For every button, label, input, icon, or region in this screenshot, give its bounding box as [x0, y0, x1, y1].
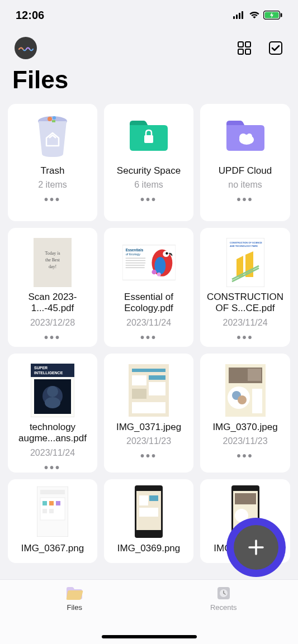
- status-bar: 12:06: [0, 0, 298, 30]
- tab-recents[interactable]: Recents: [149, 580, 299, 644]
- card-title: IMG_0369.png: [115, 543, 182, 554]
- more-button[interactable]: •••: [237, 331, 254, 344]
- file-card[interactable]: IMG_0367.png: [8, 479, 97, 563]
- svg-rect-15: [52, 120, 55, 122]
- svg-rect-29: [125, 263, 145, 263]
- svg-rect-30: [125, 265, 144, 265]
- svg-text:the Best: the Best: [45, 257, 60, 263]
- file-card[interactable]: CONSTRUCTION OF SCIENCEAND TECHNOLOGY PA…: [200, 228, 290, 347]
- security-space-card[interactable]: Security Space 6 items •••: [104, 104, 193, 221]
- more-button[interactable]: •••: [140, 331, 157, 344]
- svg-point-35: [165, 252, 168, 255]
- svg-rect-55: [132, 402, 165, 413]
- cloud-card[interactable]: UPDF Cloud no items •••: [200, 104, 290, 221]
- svg-point-47: [47, 386, 58, 397]
- svg-rect-75: [139, 508, 158, 517]
- card-title: technology augme...ans.pdf: [12, 422, 93, 445]
- svg-point-61: [238, 395, 247, 404]
- svg-rect-28: [125, 260, 145, 261]
- svg-rect-16: [144, 135, 153, 143]
- check-box-icon: [268, 41, 283, 55]
- more-button[interactable]: •••: [237, 450, 254, 462]
- svg-rect-7: [238, 42, 243, 47]
- more-button[interactable]: •••: [44, 331, 61, 344]
- folder-lock-icon: [120, 111, 178, 161]
- svg-text:Essentials: Essentials: [125, 248, 143, 252]
- doc-thumbnail: SUPERINTELLIGENCE: [26, 364, 79, 417]
- svg-text:AND TECHNOLOGY PARK: AND TECHNOLOGY PARK: [230, 245, 258, 247]
- avatar[interactable]: [15, 37, 37, 59]
- svg-rect-10: [245, 49, 250, 54]
- svg-rect-69: [42, 509, 47, 513]
- status-icons: [233, 11, 282, 20]
- card-title: Essential of Ecology.pdf: [108, 292, 189, 314]
- page-title: Files: [0, 66, 298, 104]
- card-subtitle: 2023/11/23: [223, 436, 267, 446]
- svg-point-13: [48, 117, 52, 121]
- svg-rect-8: [245, 42, 250, 47]
- svg-text:INTELLIGENCE: INTELLIGENCE: [34, 371, 63, 375]
- more-button[interactable]: •••: [237, 193, 254, 206]
- card-title: UPDF Cloud: [216, 165, 274, 176]
- trash-icon: [24, 111, 82, 161]
- svg-rect-70: [49, 509, 54, 513]
- grid-view-button[interactable]: [236, 40, 252, 56]
- card-subtitle: 6 items: [134, 180, 163, 190]
- tab-files[interactable]: Files: [0, 580, 149, 644]
- wifi-icon: [249, 11, 260, 19]
- card-title: IMG_0367.png: [19, 543, 86, 554]
- file-card[interactable]: Today isthe Bestday! Scan 2023-1...-45.p…: [8, 228, 97, 347]
- svg-rect-52: [149, 375, 165, 380]
- svg-rect-64: [40, 490, 65, 494]
- more-button[interactable]: •••: [44, 461, 61, 474]
- svg-point-48: [45, 397, 60, 408]
- svg-text:day!: day!: [49, 264, 56, 269]
- svg-rect-31: [125, 268, 144, 268]
- svg-rect-66: [42, 501, 47, 505]
- tab-label: Recents: [210, 603, 237, 612]
- card-subtitle: 2023/11/24: [126, 318, 171, 328]
- file-card[interactable]: IMG_0369.png: [104, 479, 193, 563]
- svg-point-36: [152, 270, 157, 275]
- trash-card[interactable]: Trash 2 items •••: [8, 104, 97, 221]
- svg-rect-11: [269, 42, 282, 54]
- grid-icon: [237, 41, 252, 55]
- svg-rect-50: [132, 369, 165, 372]
- svg-rect-9: [238, 49, 243, 54]
- svg-point-19: [247, 133, 252, 139]
- file-grid: Trash 2 items ••• Security Space 6 items…: [0, 104, 298, 563]
- card-title: Scan 2023-1...-45.pdf: [12, 292, 93, 314]
- card-subtitle: 2 items: [38, 180, 67, 190]
- svg-rect-27: [125, 257, 145, 258]
- file-card[interactable]: IMG_0370.jpeg 2023/11/23 •••: [200, 354, 290, 473]
- svg-text:CONSTRUCTION OF SCIENCE: CONSTRUCTION OF SCIENCE: [230, 241, 262, 244]
- card-title: CONSTRUCTION OF S...CE.pdf: [205, 292, 286, 314]
- folder-icon: [65, 585, 84, 601]
- file-card[interactable]: Essentialsof Ecology Essential of Ecolog…: [104, 228, 193, 347]
- svg-rect-6: [281, 13, 282, 17]
- more-button[interactable]: •••: [140, 193, 157, 206]
- doc-thumbnail: CONSTRUCTION OF SCIENCEAND TECHNOLOGY PA…: [219, 238, 272, 287]
- folder-cloud-icon: [216, 111, 274, 161]
- doc-thumbnail: Today isthe Bestday!: [26, 238, 79, 287]
- svg-rect-68: [56, 501, 60, 505]
- card-subtitle: 2023/11/24: [223, 318, 267, 328]
- svg-rect-58: [248, 369, 261, 381]
- doc-thumbnail: [26, 485, 79, 538]
- select-button[interactable]: [268, 40, 283, 56]
- plus-icon: [246, 537, 266, 557]
- doc-thumbnail: [219, 364, 272, 417]
- file-card[interactable]: IMG_0371.jpeg 2023/11/23 •••: [104, 354, 193, 473]
- battery-icon: [263, 11, 282, 20]
- more-button[interactable]: •••: [44, 193, 61, 206]
- svg-rect-53: [149, 382, 165, 395]
- more-button[interactable]: •••: [140, 450, 157, 462]
- file-card[interactable]: SUPERINTELLIGENCE technology augme...ans…: [8, 354, 97, 473]
- card-subtitle: 2023/11/24: [30, 448, 75, 458]
- add-button[interactable]: [226, 518, 286, 577]
- svg-rect-74: [149, 495, 158, 501]
- card-title: Security Space: [115, 165, 183, 176]
- svg-rect-1: [236, 15, 238, 19]
- doc-thumbnail: Essentialsof Ecology: [122, 238, 176, 287]
- svg-point-14: [53, 116, 56, 120]
